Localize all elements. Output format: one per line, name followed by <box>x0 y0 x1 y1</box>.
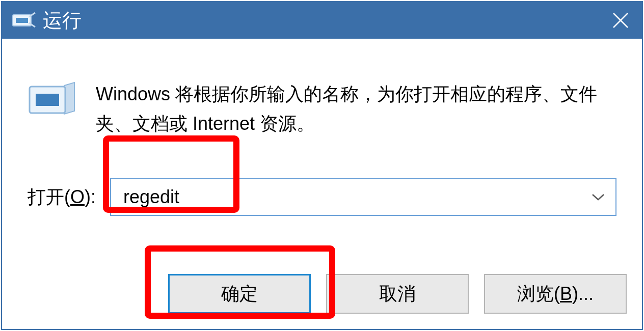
window-title: 运行 <box>43 8 604 34</box>
open-input[interactable] <box>122 186 588 208</box>
open-label: 打开(O): <box>28 185 96 210</box>
open-label-suffix: ): <box>85 186 96 207</box>
browse-button-prefix: 浏览( <box>517 282 560 307</box>
open-combobox[interactable] <box>110 178 616 216</box>
open-row: 打开(O): <box>28 178 616 216</box>
run-dialog: 运行 Windows 将根据你所输入的名称，为你打开相应的程序、文件夹、文档或 … <box>1 1 643 330</box>
dropdown-button[interactable] <box>588 187 608 207</box>
svg-rect-5 <box>36 94 59 106</box>
run-large-icon <box>28 80 76 118</box>
description-row: Windows 将根据你所输入的名称，为你打开相应的程序、文件夹、文档或 Int… <box>28 79 616 139</box>
browse-button[interactable]: 浏览(B)... <box>484 274 627 314</box>
cancel-button[interactable]: 取消 <box>326 274 469 314</box>
open-label-prefix: 打开( <box>28 186 70 207</box>
ok-button[interactable]: 确定 <box>168 274 311 314</box>
close-icon <box>611 11 630 30</box>
svg-rect-1 <box>16 18 28 23</box>
close-button[interactable] <box>604 4 637 37</box>
browse-button-suffix: )... <box>572 283 594 305</box>
browse-button-key: B <box>560 283 572 305</box>
titlebar: 运行 <box>2 2 642 39</box>
cancel-button-label: 取消 <box>379 282 416 307</box>
dialog-body: Windows 将根据你所输入的名称，为你打开相应的程序、文件夹、文档或 Int… <box>2 39 642 216</box>
run-icon <box>11 10 37 31</box>
description-text: Windows 将根据你所输入的名称，为你打开相应的程序、文件夹、文档或 Int… <box>96 79 616 139</box>
open-label-key: O <box>70 186 85 207</box>
chevron-down-icon <box>591 192 605 202</box>
ok-button-label: 确定 <box>221 282 258 307</box>
button-row: 确定 取消 浏览(B)... <box>168 274 627 314</box>
